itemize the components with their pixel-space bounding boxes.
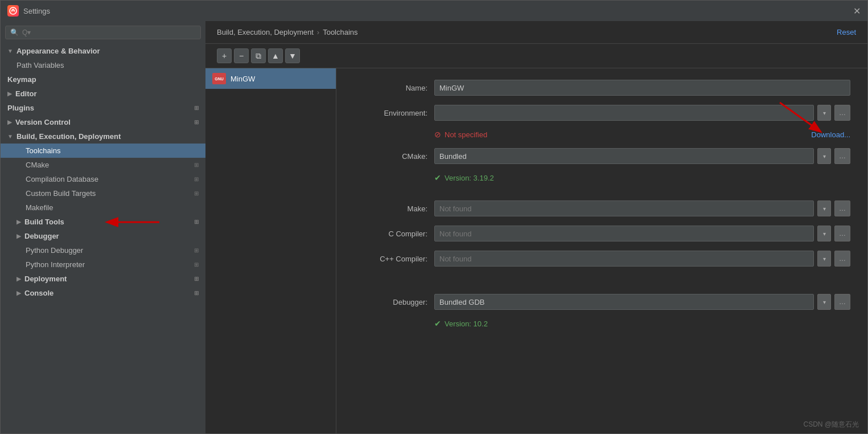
sidebar-item-appearance[interactable]: ▼ Appearance & Behavior [1, 44, 205, 58]
cmake-row: CMake: Bundled ▾ … [353, 148, 850, 164]
debugger-dropdown-arrow[interactable]: ▾ [817, 294, 831, 310]
cpp-compiler-dropdown[interactable]: Not found [434, 251, 814, 267]
sidebar-item-version-control[interactable]: ▶ Version Control ⊞ [1, 115, 205, 129]
name-input[interactable] [434, 80, 850, 96]
external-icon2: ⊞ [194, 119, 199, 125]
cmake-version-msg: ✔ Version: 3.19.2 [434, 173, 494, 182]
sidebar-item-deployment[interactable]: ▶ Deployment ⊞ [1, 272, 205, 286]
window-title: Settings [23, 7, 50, 15]
toolchain-item-mingw[interactable]: GNU MinGW [205, 68, 336, 89]
make-browse-btn[interactable]: … [834, 200, 850, 216]
remove-button[interactable]: − [234, 48, 249, 63]
cmake-field: Bundled ▾ … [434, 148, 850, 164]
cmake-dropdown[interactable]: Bundled [434, 148, 814, 164]
external-icon8: ⊞ [194, 261, 199, 268]
sidebar-item-python-debugger[interactable]: Python Debugger ⊞ [1, 243, 205, 257]
main-header: Build, Execution, Deployment › Toolchain… [205, 21, 867, 44]
copy-button[interactable]: ⧉ [251, 48, 266, 63]
close-button[interactable]: ✕ [853, 6, 861, 17]
cpp-compiler-browse-btn[interactable]: … [834, 251, 850, 267]
cmake-browse-btn[interactable]: … [834, 148, 850, 164]
environment-browse-btn[interactable]: … [834, 105, 850, 121]
cpp-compiler-dropdown-arrow[interactable]: ▾ [817, 251, 831, 267]
chevron-down-icon: ▼ [7, 48, 13, 54]
sidebar-item-build-tools[interactable]: ▶ Build Tools ⊞ [1, 215, 205, 229]
c-compiler-row: C Compiler: Not found ▾ … [353, 226, 850, 241]
chevron-right-icon3: ▶ [17, 219, 21, 225]
debugger-status-row: ✔ Version: 10.2 [353, 319, 850, 328]
make-dropdown[interactable]: Not found [434, 200, 814, 216]
toolchain-list: GNU MinGW [205, 68, 336, 433]
app-logo [7, 5, 19, 17]
environment-dropdown[interactable] [434, 105, 814, 121]
move-up-button[interactable]: ▲ [268, 48, 283, 63]
chevron-right-icon4: ▶ [17, 233, 21, 239]
sidebar-item-debugger[interactable]: ▶ Debugger [1, 229, 205, 243]
c-compiler-dropdown[interactable]: Not found [434, 226, 814, 241]
move-down-button[interactable]: ▼ [285, 48, 300, 63]
breadcrumb: Build, Execution, Deployment › Toolchain… [217, 28, 358, 36]
c-compiler-browse-btn[interactable]: … [834, 226, 850, 241]
debugger-check-icon: ✔ [434, 319, 441, 328]
search-box[interactable]: 🔍 [5, 26, 201, 39]
debugger-browse-btn[interactable]: … [834, 294, 850, 310]
form-area: Name: Environment: [336, 68, 867, 433]
sidebar-item-custom-build-targets[interactable]: Custom Build Targets ⊞ [1, 186, 205, 200]
sidebar-item-console[interactable]: ▶ Console ⊞ [1, 286, 205, 300]
name-field [434, 80, 850, 96]
debugger-row: Debugger: Bundled GDB ▾ … [353, 294, 850, 310]
cmake-status-row: ✔ Version: 3.19.2 [353, 173, 850, 182]
check-icon: ✔ [434, 173, 441, 182]
main-content: 🔍 ▼ Appearance & Behavior Path Variables… [1, 21, 867, 433]
debugger-dropdown[interactable]: Bundled GDB [434, 294, 814, 310]
sidebar-item-toolchains[interactable]: Toolchains [1, 144, 205, 158]
external-icon6: ⊞ [194, 219, 199, 225]
cmake-value: Bundled [439, 152, 467, 161]
debugger-version-text: Version: 10.2 [445, 320, 488, 328]
chevron-right-icon2: ▶ [7, 119, 12, 125]
environment-dropdown-arrow[interactable]: ▾ [817, 105, 831, 121]
make-row: Make: Not found ▾ … [353, 200, 850, 216]
external-icon10: ⊞ [194, 290, 199, 296]
sidebar-item-path-variables[interactable]: Path Variables [1, 58, 205, 72]
cmake-dropdown-arrow[interactable]: ▾ [817, 148, 831, 164]
watermark: CSDN @随意石光 [803, 420, 859, 429]
sidebar-item-python-interpreter[interactable]: Python Interpreter ⊞ [1, 257, 205, 272]
environment-error-text: Not specified [445, 130, 487, 139]
external-icon7: ⊞ [194, 247, 199, 253]
make-label: Make: [353, 204, 427, 213]
sidebar-item-keymap[interactable]: Keymap [1, 72, 205, 87]
debugger-field: Bundled GDB ▾ … [434, 294, 850, 310]
search-input[interactable] [22, 28, 196, 36]
gnu-logo: GNU [212, 73, 226, 84]
sidebar-item-build-exec-deploy[interactable]: ▼ Build, Execution, Deployment [1, 129, 205, 144]
toolchain-item-label: MinGW [231, 75, 255, 83]
cmake-version-text: Version: 3.19.2 [445, 174, 494, 182]
breadcrumb-separator: › [317, 28, 319, 36]
name-row: Name: [353, 80, 850, 96]
sidebar-item-editor[interactable]: ▶ Editor [1, 87, 205, 101]
c-compiler-dropdown-arrow[interactable]: ▾ [817, 226, 831, 241]
error-icon: ⊘ [434, 130, 441, 139]
breadcrumb-current: Toolchains [323, 28, 357, 36]
external-icon: ⊞ [194, 105, 199, 111]
titlebar-left: Settings [7, 5, 50, 17]
sidebar-item-cmake[interactable]: CMake ⊞ [1, 158, 205, 172]
c-compiler-placeholder: Not found [439, 230, 471, 238]
download-link[interactable]: Download... [811, 130, 850, 139]
debugger-value: Bundled GDB [439, 298, 485, 306]
name-label: Name: [353, 84, 427, 92]
cpp-compiler-placeholder: Not found [439, 255, 471, 263]
reset-button[interactable]: Reset [837, 28, 856, 36]
cpp-compiler-label: C++ Compiler: [353, 255, 427, 263]
add-button[interactable]: + [217, 48, 232, 63]
sidebar-item-plugins[interactable]: Plugins ⊞ [1, 101, 205, 115]
make-placeholder: Not found [439, 204, 471, 213]
sidebar-item-compilation-db[interactable]: Compilation Database ⊞ [1, 172, 205, 186]
sidebar: 🔍 ▼ Appearance & Behavior Path Variables… [1, 21, 205, 433]
c-compiler-label: C Compiler: [353, 230, 427, 238]
sidebar-item-makefile[interactable]: Makefile [1, 200, 205, 215]
environment-label: Environment: [353, 109, 427, 117]
make-dropdown-arrow[interactable]: ▾ [817, 200, 831, 216]
external-icon5: ⊞ [194, 190, 199, 196]
